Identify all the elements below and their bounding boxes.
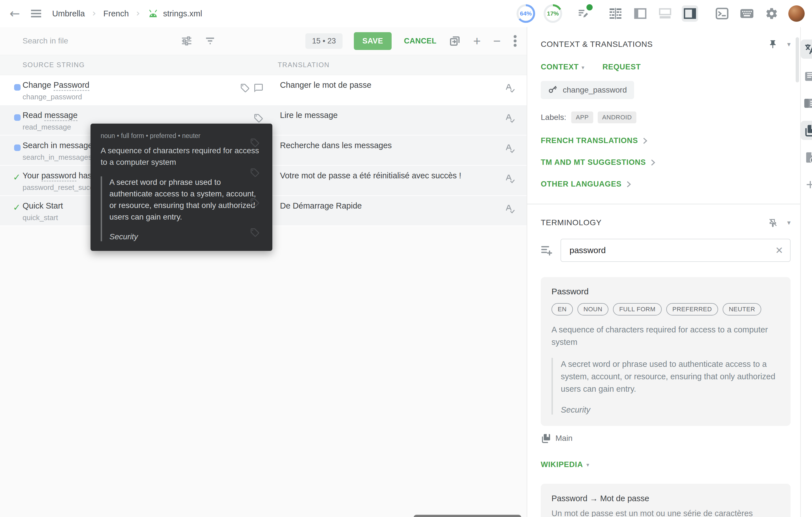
- string-position-counter: 15 • 23: [306, 33, 343, 49]
- chevron-right-icon: [642, 137, 648, 144]
- filter-settings-icon[interactable]: [181, 35, 192, 47]
- translation-string: Lire le message: [280, 110, 527, 120]
- back-icon[interactable]: ←: [9, 7, 20, 20]
- translation-cell[interactable]: Recherche dans les messages: [278, 135, 527, 165]
- comment-icon[interactable]: [254, 83, 264, 93]
- translation-cell[interactable]: Changer le mot de passe: [278, 75, 527, 105]
- save-button[interactable]: SAVE: [354, 32, 392, 50]
- collapse-chevron-icon[interactable]: ▾: [787, 219, 790, 227]
- unpin-icon[interactable]: [768, 218, 778, 227]
- menu-icon[interactable]: [31, 9, 41, 18]
- labels-caption: Labels:: [541, 113, 566, 122]
- bottom-panel-view-icon[interactable]: [657, 5, 673, 22]
- tag-icon[interactable]: [254, 113, 264, 123]
- wikipedia-entry-text: Un mot de passe est un mot ou une série …: [551, 507, 780, 517]
- collapse-chevron-icon[interactable]: ▾: [787, 40, 790, 48]
- notification-dot: [586, 4, 593, 10]
- context-tab-icon[interactable]: [801, 94, 812, 113]
- add-term-icon[interactable]: [541, 245, 553, 256]
- copy-source-icon[interactable]: [449, 35, 461, 47]
- translation-cell[interactable]: Lire le message: [278, 105, 527, 135]
- zoom-in-icon[interactable]: +: [473, 34, 481, 47]
- term-highlight[interactable]: Password: [54, 80, 89, 91]
- tab-context[interactable]: CONTEXT▾: [541, 63, 584, 72]
- progress-ring-approved[interactable]: 17%: [544, 4, 562, 23]
- term-attribution: Security: [561, 405, 780, 414]
- chevron-down-icon: ▾: [582, 64, 584, 71]
- pin-icon[interactable]: [768, 39, 778, 49]
- comments-tab-icon[interactable]: [801, 66, 812, 86]
- terminology-search-input[interactable]: password ✕: [560, 239, 790, 262]
- chevron-right-icon: [626, 181, 631, 188]
- context-panel: CONTEXT & TRANSLATIONS ▾ CONTEXT▾ REQUES…: [527, 27, 801, 517]
- terminology-tab-icon[interactable]: [801, 121, 812, 140]
- spellcheck-icon[interactable]: [504, 143, 515, 154]
- panel-section-tm-and-mt-suggestions[interactable]: TM AND MT SUGGESTIONS: [541, 158, 790, 167]
- settings-gear-icon[interactable]: [763, 5, 780, 22]
- cancel-button[interactable]: CANCEL: [404, 37, 437, 46]
- translation-cell[interactable]: Votre mot de passe a été réinitialisé av…: [278, 166, 527, 195]
- keyboard-icon[interactable]: [739, 5, 755, 22]
- label-badge[interactable]: ANDROID: [598, 111, 636, 123]
- term-attribute-pill: NEUTER: [723, 303, 761, 316]
- search-input[interactable]: Search in file: [23, 36, 68, 46]
- clear-search-icon[interactable]: ✕: [775, 245, 784, 256]
- term-definition: A sequence of characters required for ac…: [551, 323, 780, 348]
- term-highlight[interactable]: message: [44, 111, 78, 121]
- term-quote: A secret word or phrase used to authenti…: [561, 358, 780, 395]
- spellcheck-icon[interactable]: [504, 82, 515, 94]
- breadcrumb-file[interactable]: strings.xml: [147, 9, 202, 18]
- status-translated-icon: ✓: [13, 202, 21, 213]
- terminology-tooltip: noun • full form • preferred • neuter A …: [90, 124, 272, 251]
- string-key: change_password: [23, 92, 278, 102]
- source-column-header[interactable]: SOURCE STRING: [0, 61, 278, 69]
- wikipedia-entry-title: Password → Mot de passe: [551, 494, 780, 503]
- translation-cell[interactable]: De Démarrage Rapide: [278, 196, 527, 225]
- add-panel-icon[interactable]: +: [801, 175, 812, 194]
- progress-ring-translated[interactable]: 64%: [517, 4, 535, 23]
- right-panel-view-icon[interactable]: [682, 5, 698, 22]
- translations-tab-icon[interactable]: [801, 39, 812, 59]
- term-attribute-pill: EN: [551, 303, 573, 316]
- source-string: Read message: [23, 110, 278, 120]
- tooltip-definition: A sequence of characters required for ac…: [100, 145, 262, 168]
- glossary-source[interactable]: Main: [541, 433, 790, 443]
- right-icon-rail: i +: [801, 27, 812, 517]
- tab-request[interactable]: REQUEST: [603, 63, 641, 72]
- left-panel-view-icon[interactable]: [632, 5, 648, 22]
- editor-mode-icon[interactable]: [575, 5, 591, 22]
- term-attribute-pill: PREFERRED: [666, 303, 718, 316]
- user-avatar[interactable]: [788, 5, 805, 22]
- terminal-icon[interactable]: [714, 5, 730, 22]
- status-untranslated-icon: [14, 84, 21, 90]
- panel-scrollbar[interactable]: [796, 37, 799, 82]
- tooltip-attribution: Security: [109, 232, 262, 241]
- table-row[interactable]: Change Password change_password Changer …: [0, 75, 527, 105]
- string-key-pill[interactable]: change_password: [541, 81, 634, 99]
- panel-section-french-translations[interactable]: FRENCH TRANSLATIONS: [541, 136, 790, 145]
- wikipedia-card: Password → Mot de passe Un mot de passe …: [541, 484, 790, 517]
- breadcrumb-language[interactable]: French: [104, 9, 129, 18]
- source-cell[interactable]: Change Password change_password: [0, 75, 278, 105]
- tag-icon[interactable]: [240, 83, 250, 93]
- zoom-out-icon[interactable]: −: [493, 34, 501, 47]
- spellcheck-icon[interactable]: [504, 203, 515, 215]
- term-card: Password ENNOUNFULL FORMPREFERREDNEUTER …: [541, 277, 790, 426]
- filter-list-icon[interactable]: [205, 35, 215, 46]
- tooltip-quote: A secret word or phrase used to authenti…: [109, 176, 262, 223]
- term-highlight[interactable]: password: [41, 171, 77, 182]
- breadcrumb-project[interactable]: Umbrella: [52, 9, 85, 18]
- spellcheck-icon[interactable]: [504, 113, 515, 124]
- string-key: change_password: [563, 85, 627, 94]
- label-badge[interactable]: APP: [571, 111, 593, 123]
- tag-icon: [250, 168, 260, 178]
- wikipedia-section-title[interactable]: WIKIPEDIA: [541, 460, 583, 469]
- more-options-icon[interactable]: [513, 35, 517, 47]
- translation-column-header[interactable]: TRANSLATION: [278, 61, 329, 69]
- panel-section-other-languages[interactable]: OTHER LANGUAGES: [541, 180, 790, 189]
- spellcheck-icon[interactable]: [504, 173, 515, 184]
- side-by-side-view-icon[interactable]: [607, 5, 624, 22]
- chevron-down-icon: ▾: [586, 461, 589, 468]
- file-info-tab-icon[interactable]: i: [801, 148, 812, 167]
- status-untranslated-icon: [14, 114, 21, 121]
